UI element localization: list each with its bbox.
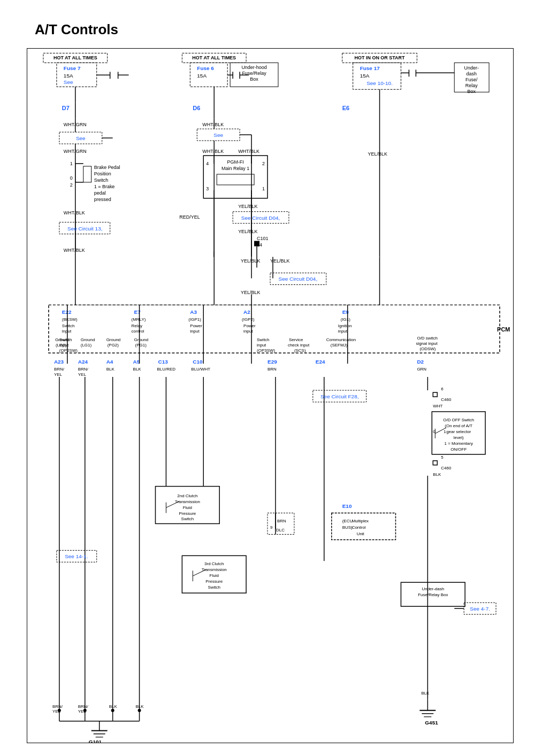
svg-text:See Circuit D04,: See Circuit D04, [241,215,280,221]
svg-text:GRN: GRN [417,367,426,372]
svg-text:O/D OFF Switch: O/D OFF Switch [443,418,474,422]
svg-text:E7: E7 [134,309,141,315]
svg-text:Switch: Switch [94,178,108,183]
svg-text:Switch: Switch [181,516,194,521]
svg-text:Switch: Switch [257,337,269,342]
svg-text:BRN/: BRN/ [52,704,63,709]
svg-text:5: 5 [441,455,444,460]
svg-text:(PG2): (PG2) [108,343,119,348]
svg-text:Fuse 7: Fuse 7 [64,65,81,71]
svg-text:Brake Pedal: Brake Pedal [94,165,120,170]
svg-text:Box: Box [467,89,476,94]
svg-text:BLK: BLK [433,472,441,477]
svg-text:PCM: PCM [497,326,510,333]
svg-text:D6: D6 [193,105,200,111]
svg-text:15A: 15A [197,73,207,79]
svg-text:HOT AT ALL TIMES: HOT AT ALL TIMES [54,55,97,60]
svg-text:A24: A24 [78,359,88,365]
svg-text:input: input [257,343,266,348]
svg-text:(MRLY): (MRLY) [132,317,146,322]
svg-text:1: 1 [262,186,265,191]
svg-text:0: 0 [70,175,73,181]
svg-text:A3: A3 [190,309,197,315]
svg-text:2: 2 [262,161,265,166]
svg-text:1 = Brake: 1 = Brake [94,184,115,189]
svg-text:WHT/BLK: WHT/BLK [64,210,85,215]
svg-text:BRN: BRN [277,519,286,523]
svg-text:input: input [190,329,200,334]
svg-text:HOT AT ALL TIMES: HOT AT ALL TIMES [192,55,236,60]
svg-text:2: 2 [70,182,73,188]
svg-point-256 [58,709,61,712]
svg-rect-99 [254,241,259,246]
svg-text:Box: Box [250,76,258,82]
svg-point-259 [138,709,141,712]
svg-text:BRN/: BRN/ [54,367,65,372]
svg-text:D7: D7 [62,105,70,111]
svg-text:3: 3 [206,186,209,191]
svg-text:gear selector: gear selector [446,429,471,434]
svg-line-190 [166,502,179,508]
svg-text:WHT/BLK: WHT/BLK [64,248,85,253]
svg-text:O/D switch: O/D switch [417,336,438,341]
svg-text:WHT/BLK: WHT/BLK [202,122,224,127]
svg-text:pedal: pedal [94,190,106,196]
svg-text:Fuse/Relay Box: Fuse/Relay Box [418,592,448,597]
svg-text:YEL/BLK: YEL/BLK [238,204,257,209]
svg-text:YEL/BLK: YEL/BLK [238,229,257,234]
svg-text:BLU/RED: BLU/RED [157,367,175,372]
svg-text:BLK: BLK [106,367,115,372]
svg-text:Communication: Communication [326,337,356,342]
svg-text:WHT/BLK: WHT/BLK [202,149,224,154]
svg-text:A5: A5 [133,359,140,365]
svg-text:WHT/BLK: WHT/BLK [238,149,259,154]
svg-text:Fuse 6: Fuse 6 [197,65,214,71]
svg-text:See: See [76,135,86,141]
svg-text:PGM-FI: PGM-FI [227,159,243,165]
svg-text:(SCS): (SCS) [294,348,306,353]
svg-text:A4: A4 [106,359,113,365]
svg-text:BLK: BLK [421,691,430,696]
svg-line-198 [193,569,206,576]
svg-text:(On end of A/T: (On end of A/T [445,423,472,428]
svg-text:4: 4 [206,161,209,166]
svg-text:Fuse/: Fuse/ [465,77,478,82]
svg-text:Ignition: Ignition [338,323,352,328]
svg-text:E9: E9 [342,309,349,315]
svg-text:WHT: WHT [433,404,442,408]
svg-text:input: input [338,329,348,334]
svg-text:1: 1 [444,429,446,434]
svg-text:C460: C460 [441,466,452,470]
svg-text:Control: Control [352,525,366,530]
svg-text:YEL/BLK: YEL/BLK [241,290,260,295]
svg-text:Fluid: Fluid [210,573,219,578]
svg-text:See: See [64,79,73,85]
svg-text:E22: E22 [62,309,72,315]
svg-text:dash: dash [466,71,476,76]
svg-text:(IG1): (IG1) [341,317,350,322]
svg-text:E24: E24 [316,359,325,365]
svg-rect-224 [433,461,437,465]
svg-text:Relay: Relay [132,323,142,328]
svg-text:C460: C460 [441,397,452,402]
svg-text:6: 6 [441,387,444,391]
svg-text:BUS): BUS) [342,525,353,530]
svg-text:C101: C101 [257,236,268,241]
svg-text:(ECU: (ECU [342,519,353,523]
svg-text:BLK: BLK [136,704,144,709]
svg-text:Fluid: Fluid [183,505,192,510]
svg-point-258 [111,709,114,712]
svg-point-257 [83,709,87,712]
svg-text:Ground: Ground [134,337,149,342]
svg-rect-49 [83,166,91,182]
svg-text:BRN: BRN [268,367,277,372]
svg-text:See 10-10.: See 10-10. [366,80,393,86]
svg-text:Pressure: Pressure [179,511,196,516]
svg-text:YEL: YEL [54,372,63,377]
svg-text:signal input: signal input [416,341,438,346]
svg-text:pressed: pressed [94,197,111,202]
svg-text:3rd Clutch: 3rd Clutch [204,561,224,566]
svg-text:D2: D2 [417,359,424,365]
svg-text:15A: 15A [64,73,73,79]
svg-text:Relay: Relay [465,83,478,88]
